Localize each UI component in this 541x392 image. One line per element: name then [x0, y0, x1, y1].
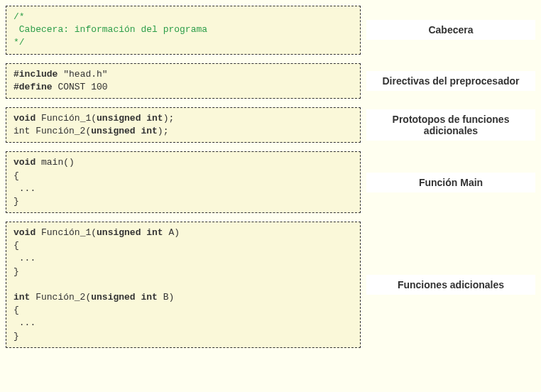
label-prototypes: Prototopos de funciones adicionales	[366, 109, 535, 141]
section-row-prototypes: void Función_1(unsigned int);int Función…	[6, 107, 535, 143]
label-preprocessor: Directivas del preprocesador	[366, 71, 535, 91]
code-box-prototypes: void Función_1(unsigned int);int Función…	[6, 107, 361, 143]
code-box-header: /* Cabecera: información del programa*/	[6, 6, 361, 55]
code-box-main: void main(){ ...}	[6, 151, 361, 213]
section-row-header: /* Cabecera: información del programa*/ …	[6, 6, 535, 55]
code-box-preprocessor: #include "head.h"#define CONST 100	[6, 63, 361, 99]
section-row-additional: void Función_1(unsigned int A){ ...}int …	[6, 222, 535, 348]
section-row-main: void main(){ ...} Función Main	[6, 151, 535, 213]
label-additional: Funciones adicionales	[366, 275, 535, 295]
code-box-additional: void Función_1(unsigned int A){ ...}int …	[6, 222, 361, 348]
label-header: Cabecera	[366, 20, 535, 40]
diagram-container: /* Cabecera: información del programa*/ …	[6, 6, 535, 348]
label-main: Función Main	[366, 173, 535, 192]
section-row-preprocessor: #include "head.h"#define CONST 100 Direc…	[6, 63, 535, 99]
